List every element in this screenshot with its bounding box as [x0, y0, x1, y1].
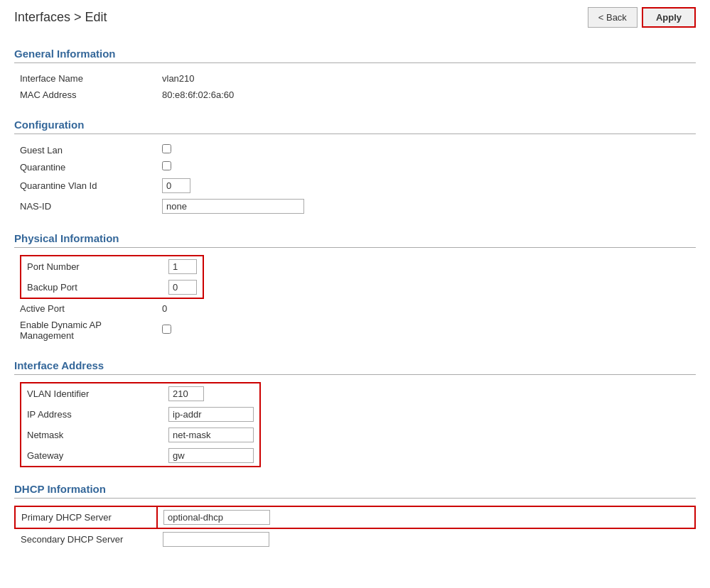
table-row: Gateway	[21, 445, 260, 467]
backup-port-value	[163, 277, 203, 298]
port-number-label: Port Number	[21, 256, 163, 277]
secondary-dhcp-label: Secondary DHCP Server	[15, 528, 157, 550]
secondary-dhcp-value	[157, 528, 695, 550]
primary-dhcp-label: Primary DHCP Server	[15, 506, 157, 528]
dhcp-table: Primary DHCP Server Secondary DHCP Serve…	[14, 506, 696, 550]
interface-address-section: Interface Address VLAN Identifier IP Add…	[14, 359, 696, 467]
nas-id-value	[156, 196, 696, 217]
vlan-identifier-value	[163, 383, 260, 404]
backup-port-label: Backup Port	[21, 277, 163, 298]
table-row: VLAN Identifier	[21, 383, 260, 404]
general-divider	[14, 62, 696, 63]
quarantine-vlan-id-label: Quarantine Vlan Id	[14, 175, 156, 196]
interface-address-divider	[14, 374, 696, 375]
gateway-value	[163, 445, 260, 467]
enable-dynamic-ap-value	[156, 317, 696, 344]
interface-name-label: Interface Name	[14, 70, 156, 87]
secondary-dhcp-input[interactable]	[163, 532, 269, 547]
active-port-label: Active Port	[14, 300, 156, 317]
table-row: Active Port 0	[14, 300, 696, 317]
ip-address-label: IP Address	[21, 404, 163, 425]
mac-address-label: MAC Address	[14, 87, 156, 103]
physical-information-section: Physical Information Port Number Backup …	[14, 232, 696, 344]
general-information-table: Interface Name vlan210 MAC Address 80:e8…	[14, 70, 696, 103]
mac-address-value: 80:e8:6f:02:6a:60	[156, 87, 696, 103]
table-row: Primary DHCP Server	[15, 506, 695, 528]
enable-dynamic-ap-label: Enable Dynamic AP Management	[14, 317, 156, 344]
table-row: Quarantine	[14, 158, 696, 175]
table-row: Port Number	[21, 256, 203, 277]
quarantine-label: Quarantine	[14, 158, 156, 175]
table-row: NAS-ID	[14, 196, 696, 217]
ip-address-value	[163, 404, 260, 425]
primary-dhcp-input[interactable]	[163, 510, 270, 525]
physical-highlighted-table: Port Number Backup Port	[20, 255, 204, 299]
dhcp-information-section: DHCP Information Primary DHCP Server Sec…	[14, 483, 696, 550]
dhcp-divider	[14, 498, 696, 499]
quarantine-value	[156, 158, 696, 175]
ip-address-input[interactable]	[168, 407, 254, 422]
header-buttons: < Back Apply	[588, 7, 696, 28]
netmask-value	[163, 425, 260, 445]
quarantine-vlan-id-value	[156, 175, 696, 196]
backup-port-input[interactable]	[168, 280, 197, 295]
port-number-input[interactable]	[168, 259, 197, 274]
interface-address-highlighted-table: VLAN Identifier IP Address Netmask Gatew…	[20, 382, 261, 467]
port-number-value	[163, 256, 203, 277]
enable-dynamic-ap-checkbox[interactable]	[162, 325, 171, 334]
netmask-input[interactable]	[168, 428, 254, 442]
physical-normal-table: Active Port 0 Enable Dynamic AP Manageme…	[14, 300, 696, 344]
quarantine-checkbox[interactable]	[162, 161, 171, 170]
table-row: Guest Lan	[14, 141, 696, 158]
apply-button[interactable]: Apply	[642, 7, 696, 28]
nas-id-label: NAS-ID	[14, 196, 156, 217]
table-row: MAC Address 80:e8:6f:02:6a:60	[14, 87, 696, 103]
table-row: IP Address	[21, 404, 260, 425]
gateway-label: Gateway	[21, 445, 163, 467]
configuration-table: Guest Lan Quarantine Quarantine Vlan Id …	[14, 141, 696, 217]
primary-dhcp-value	[157, 506, 695, 528]
gateway-input[interactable]	[168, 448, 254, 463]
table-row: Netmask	[21, 425, 260, 445]
physical-divider	[14, 247, 696, 248]
interface-name-value: vlan210	[156, 70, 696, 87]
general-information-section: General Information Interface Name vlan2…	[14, 48, 696, 103]
general-information-title: General Information	[14, 48, 696, 60]
page-title: Interfaces > Edit	[14, 10, 107, 25]
page-header: Interfaces > Edit < Back Apply	[14, 7, 696, 33]
active-port-value: 0	[156, 300, 696, 317]
guest-lan-value	[156, 141, 696, 158]
table-row: Interface Name vlan210	[14, 70, 696, 87]
physical-information-title: Physical Information	[14, 232, 696, 244]
table-row: Backup Port	[21, 277, 203, 298]
table-row: Enable Dynamic AP Management	[14, 317, 696, 344]
table-row: Secondary DHCP Server	[15, 528, 695, 550]
vlan-identifier-label: VLAN Identifier	[21, 383, 163, 404]
nas-id-input[interactable]	[162, 199, 304, 214]
quarantine-vlan-id-input[interactable]	[162, 178, 190, 193]
table-row: Quarantine Vlan Id	[14, 175, 696, 196]
guest-lan-label: Guest Lan	[14, 141, 156, 158]
configuration-section: Configuration Guest Lan Quarantine Quara…	[14, 119, 696, 217]
netmask-label: Netmask	[21, 425, 163, 445]
back-button[interactable]: < Back	[588, 7, 638, 28]
configuration-title: Configuration	[14, 119, 696, 131]
vlan-identifier-input[interactable]	[168, 386, 204, 401]
configuration-divider	[14, 134, 696, 134]
interface-address-title: Interface Address	[14, 359, 696, 371]
dhcp-information-title: DHCP Information	[14, 483, 696, 495]
guest-lan-checkbox[interactable]	[162, 144, 171, 153]
